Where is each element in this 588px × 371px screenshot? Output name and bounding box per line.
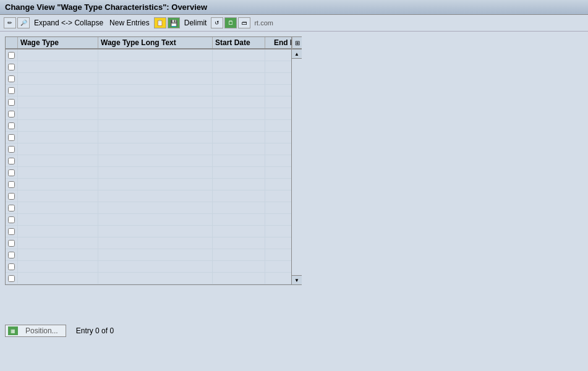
expand-collapse-button[interactable]: Expand <-> Collapse — [32, 18, 105, 28]
row-wage-type-13 — [18, 190, 98, 202]
data-table: Wage Type Wage Type Long Text Start Date… — [5, 36, 292, 285]
row-start-date-8 — [213, 132, 265, 143]
nav-left-icon[interactable]: ↺ — [211, 17, 223, 28]
column-settings-icon[interactable]: ⊞ — [292, 37, 302, 49]
checkbox-17[interactable] — [8, 240, 15, 247]
checkbox-2[interactable] — [8, 64, 15, 70]
nav-save2-icon[interactable]: 🗒 — [224, 17, 237, 28]
row-checkbox-4[interactable] — [6, 85, 18, 96]
row-wage-type-20 — [18, 273, 98, 284]
checkbox-16[interactable] — [8, 228, 15, 235]
row-long-text-3 — [98, 73, 213, 84]
page-title: Change View "Wage Type Characteristics":… — [5, 2, 207, 12]
table-row — [6, 214, 291, 226]
row-start-date-3 — [213, 73, 265, 84]
row-checkbox-12[interactable] — [6, 179, 18, 190]
row-checkbox-6[interactable] — [6, 108, 18, 119]
checkbox-20[interactable] — [8, 275, 15, 282]
scroll-down-button[interactable]: ▼ — [292, 275, 302, 284]
checkbox-18[interactable] — [8, 252, 15, 258]
find-icon[interactable]: 🔎 — [17, 17, 30, 28]
row-checkbox-9[interactable] — [6, 143, 18, 155]
row-checkbox-19[interactable] — [6, 261, 18, 272]
row-long-text-12 — [98, 179, 213, 190]
table-row — [6, 179, 291, 190]
row-checkbox-8[interactable] — [6, 132, 18, 143]
nav-right-icon[interactable]: 🗃 — [238, 17, 250, 28]
checkbox-11[interactable] — [8, 169, 15, 176]
checkbox-6[interactable] — [8, 111, 15, 117]
checkbox-8[interactable] — [8, 134, 15, 141]
row-checkbox-2[interactable] — [6, 61, 18, 72]
save-icon[interactable]: 💾 — [168, 17, 180, 28]
table-row — [6, 143, 291, 155]
checkbox-1[interactable] — [8, 52, 15, 59]
position-icon: ▦ — [8, 326, 18, 335]
row-wage-type-12 — [18, 179, 98, 190]
table-row — [6, 73, 291, 85]
row-start-date-18 — [213, 249, 265, 260]
checkbox-10[interactable] — [8, 158, 15, 164]
edit-icon[interactable]: ✏ — [4, 17, 16, 28]
watermark-text: rt.com — [254, 19, 273, 27]
checkbox-7[interactable] — [8, 122, 15, 129]
position-btn-label: Position... — [20, 326, 63, 335]
row-checkbox-10[interactable] — [6, 155, 18, 166]
checkbox-12[interactable] — [8, 181, 15, 188]
row-checkbox-5[interactable] — [6, 96, 18, 108]
row-checkbox-11[interactable] — [6, 167, 18, 178]
row-wage-type-9 — [18, 143, 98, 155]
row-end-date-1 — [265, 49, 291, 61]
col-header-wage-type: Wage Type — [18, 37, 98, 48]
table-row — [6, 61, 291, 73]
row-long-text-20 — [98, 273, 213, 284]
checkbox-19[interactable] — [8, 263, 15, 270]
row-start-date-9 — [213, 143, 265, 155]
row-checkbox-14[interactable] — [6, 202, 18, 213]
row-checkbox-15[interactable] — [6, 214, 18, 225]
table-row — [6, 237, 291, 249]
row-end-date-20 — [265, 273, 291, 284]
new-entries-button[interactable]: New Entries — [108, 18, 151, 28]
row-start-date-14 — [213, 202, 265, 213]
scroll-up-button[interactable]: ▲ — [292, 49, 302, 59]
row-long-text-8 — [98, 132, 213, 143]
row-start-date-1 — [213, 49, 265, 61]
vertical-scrollbar[interactable]: ▲ ▼ — [292, 49, 302, 284]
row-long-text-11 — [98, 167, 213, 178]
checkbox-15[interactable] — [8, 216, 15, 223]
row-long-text-14 — [98, 202, 213, 213]
row-wage-type-6 — [18, 108, 98, 119]
row-checkbox-20[interactable] — [6, 273, 18, 284]
row-checkbox-3[interactable] — [6, 73, 18, 84]
table-row — [6, 261, 291, 273]
checkbox-4[interactable] — [8, 87, 15, 94]
row-long-text-10 — [98, 155, 213, 166]
row-wage-type-7 — [18, 120, 98, 131]
checkbox-5[interactable] — [8, 99, 15, 106]
row-start-date-19 — [213, 261, 265, 272]
row-end-date-17 — [265, 237, 291, 249]
row-checkbox-17[interactable] — [6, 237, 18, 249]
row-long-text-2 — [98, 61, 213, 72]
row-end-date-2 — [265, 61, 291, 72]
row-checkbox-1[interactable] — [6, 49, 18, 61]
row-checkbox-18[interactable] — [6, 249, 18, 260]
checkbox-3[interactable] — [8, 75, 15, 82]
checkbox-13[interactable] — [8, 193, 15, 200]
scroll-track — [292, 59, 302, 275]
table-row — [6, 108, 291, 120]
row-checkbox-16[interactable] — [6, 226, 18, 237]
position-button[interactable]: ▦ Position... — [5, 325, 66, 337]
table-row — [6, 85, 291, 96]
row-wage-type-16 — [18, 226, 98, 237]
checkbox-14[interactable] — [8, 205, 15, 211]
checkbox-9[interactable] — [8, 146, 15, 153]
copy-icon[interactable]: 📋 — [154, 17, 166, 28]
rows-container — [6, 49, 291, 284]
delimit-button[interactable]: Delimit — [182, 18, 209, 28]
row-checkbox-7[interactable] — [6, 120, 18, 131]
row-end-date-12 — [265, 179, 291, 190]
row-checkbox-13[interactable] — [6, 190, 18, 202]
row-long-text-5 — [98, 96, 213, 108]
